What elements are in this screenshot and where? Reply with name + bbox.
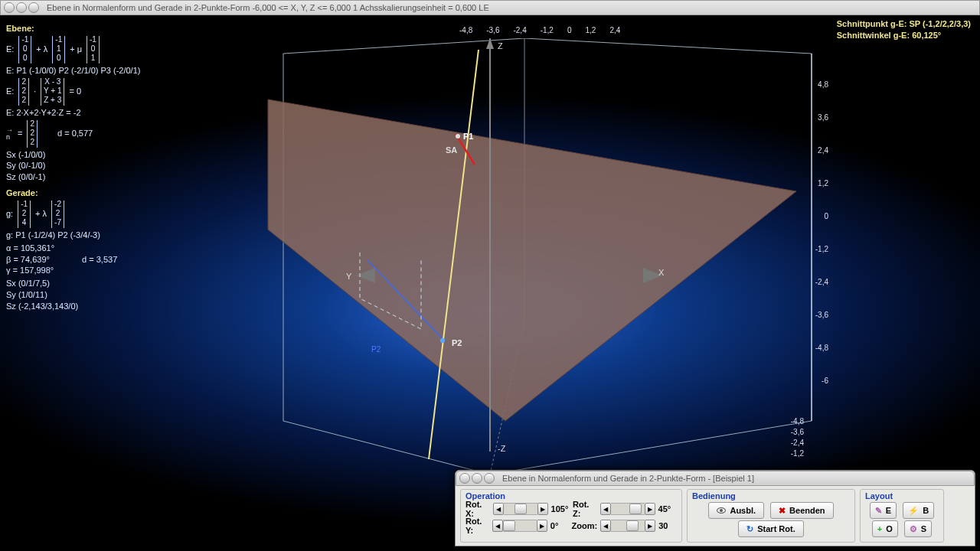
roty-scroll[interactable]: ◀▶ xyxy=(492,520,547,532)
label-sa: SA xyxy=(446,145,457,155)
plane-sx: Sx (-1/0/0) xyxy=(6,149,236,161)
pencil-icon: ✎ xyxy=(875,506,882,516)
line-sy: Sy (1/0/11) xyxy=(6,289,236,301)
refresh-icon: ↻ xyxy=(746,524,753,534)
layout-group: Layout ✎E ⚡B +O ⚙S xyxy=(860,489,944,543)
ctrl-min-icon[interactable] xyxy=(472,473,482,484)
plane-normal-vec: → n = 222 d = 0,577 xyxy=(6,120,236,148)
axis-br-ticks: -4,8-3,6-2,4-1,2 xyxy=(791,417,804,458)
control-titlebar: Ebene in Normalenform und Gerade in 2-Pu… xyxy=(456,471,975,486)
bedienung-label: Bedienung xyxy=(692,491,850,500)
rotz-value: 45° xyxy=(658,504,677,514)
intersection-results: Schnittpunkt g-E: SP (-1,2/2,2/3,3) Schn… xyxy=(837,18,971,42)
plane-header: Ebene: xyxy=(6,23,236,34)
start-rotation-button[interactable]: ↻Start Rot. xyxy=(738,520,804,537)
main-titlebar: Ebene in Normalenform und Gerade in 2-Pu… xyxy=(0,0,980,15)
svg-marker-6 xyxy=(486,38,494,49)
x-icon: ✖ xyxy=(779,506,786,516)
window-min-icon[interactable] xyxy=(16,2,27,13)
window-close-icon[interactable] xyxy=(4,2,15,13)
plane-normal-eq: E: 222 · X - 3Y + 1Z + 3 = 0 xyxy=(6,78,236,106)
label-p2: P2 xyxy=(452,338,462,347)
operation-label: Operation xyxy=(466,491,677,500)
axis-mz-label: -Z xyxy=(498,444,506,453)
axis-z-label: Z xyxy=(498,41,503,51)
wand-icon: ⚡ xyxy=(908,506,919,516)
zoom-value: 30 xyxy=(658,521,677,530)
arrow-right-icon: ▶ xyxy=(537,503,548,515)
plane-param-eq: E: -100 + λ -110 + μ -101 xyxy=(6,36,236,64)
control-title: Ebene in Normalenform und Gerade in 2-Pu… xyxy=(498,474,754,483)
ctrl-close-icon[interactable] xyxy=(459,473,470,484)
zoom-scroll[interactable]: ◀▶ xyxy=(600,520,655,532)
axis-y-label: Y xyxy=(346,272,352,281)
ctrl-max-icon[interactable] xyxy=(484,473,495,484)
axis-top-ticks: -4,8-3,6-2,4-1,201,22,4 xyxy=(459,26,620,34)
viewport-3d[interactable]: Schnittpunkt g-E: SP (-1,2/2,2/3,3) Schn… xyxy=(0,15,980,551)
svg-point-10 xyxy=(456,134,460,139)
line-angles: α = 105,361°β = 74,639°γ = 157,998° d = … xyxy=(6,243,236,277)
cube-scene: P1 SA P2 P2 Z -Z X Y -4,8-3,6-2,4-1,201,… xyxy=(245,38,835,474)
roty-value: 0° xyxy=(550,521,569,530)
rotx-value: 105° xyxy=(551,504,570,514)
plane-sy: Sy (0/-1/0) xyxy=(6,160,236,171)
rotx-label: Rot. X: xyxy=(466,500,490,518)
gear-icon: ⚙ xyxy=(910,524,917,534)
arrow-left-icon: ◀ xyxy=(493,503,504,515)
axis-x-label: X xyxy=(658,268,665,277)
result-point: Schnittpunkt g-E: SP (-1,2/2,2/3,3) xyxy=(837,18,971,30)
line-sz: Sz (-2,143/3,143/0) xyxy=(6,301,236,312)
layout-b-button[interactable]: ⚡B xyxy=(903,502,934,519)
math-panel: Ebene: E: -100 + λ -110 + μ -101 E: P1 (… xyxy=(6,20,236,312)
layout-e-button[interactable]: ✎E xyxy=(870,502,897,519)
plane-sz: Sz (0/0/-1) xyxy=(6,171,236,183)
line-param-eq: g: -124 + λ -22-7 xyxy=(6,201,236,228)
line-points: g: P1 (-1/2/4) P2 (-3/4/-3) xyxy=(6,230,236,241)
control-window: Ebene in Normalenform und Gerade in 2-Pu… xyxy=(455,470,975,546)
label-p1: P1 xyxy=(463,132,473,141)
label-p2b: P2 xyxy=(371,345,381,354)
plane-cartesian: E: 2·X+2·Y+2·Z = -2 xyxy=(6,107,236,119)
window-title: Ebene in Normalenform und Gerade in 2-Pu… xyxy=(42,3,489,12)
operation-group: Operation Rot. X: ◀▶ 105° Rot. Z: ◀▶ 45°… xyxy=(460,489,682,543)
svg-point-11 xyxy=(440,338,445,343)
cube-svg: P1 SA P2 P2 Z -Z X Y xyxy=(245,38,835,497)
roty-label: Rot. Y: xyxy=(466,517,489,535)
rotz-label: Rot. Z: xyxy=(573,500,597,518)
layout-s-button[interactable]: ⚙S xyxy=(904,520,932,537)
rotz-scroll[interactable]: ◀▶ xyxy=(600,503,655,515)
svg-marker-4 xyxy=(268,99,796,421)
result-angle: Schnittwinkel g-E: 60,125° xyxy=(837,30,971,41)
window-max-icon[interactable] xyxy=(28,2,39,13)
axis-right-ticks: 4,83,62,41,20-1,2-2,4-3,6-4,8-6 xyxy=(805,80,828,409)
bedienung-group: Bedienung Ausbl. ✖Beenden ↻Start Rot. xyxy=(687,489,855,543)
line-sx: Sx (0/1/7,5) xyxy=(6,278,236,289)
rotx-scroll[interactable]: ◀▶ xyxy=(493,503,548,515)
zoom-label: Zoom: xyxy=(572,521,598,530)
eye-icon xyxy=(717,507,726,514)
plane-points: E: P1 (-1/0/0) P2 (-2/1/0) P3 (-2/0/1) xyxy=(6,65,236,77)
ausblenden-button[interactable]: Ausbl. xyxy=(708,502,764,519)
layout-label: Layout xyxy=(865,491,939,500)
beenden-button[interactable]: ✖Beenden xyxy=(770,502,833,519)
layout-o-button[interactable]: +O xyxy=(872,520,898,537)
plus-icon: + xyxy=(877,524,882,533)
line-header: Gerade: xyxy=(6,187,236,199)
